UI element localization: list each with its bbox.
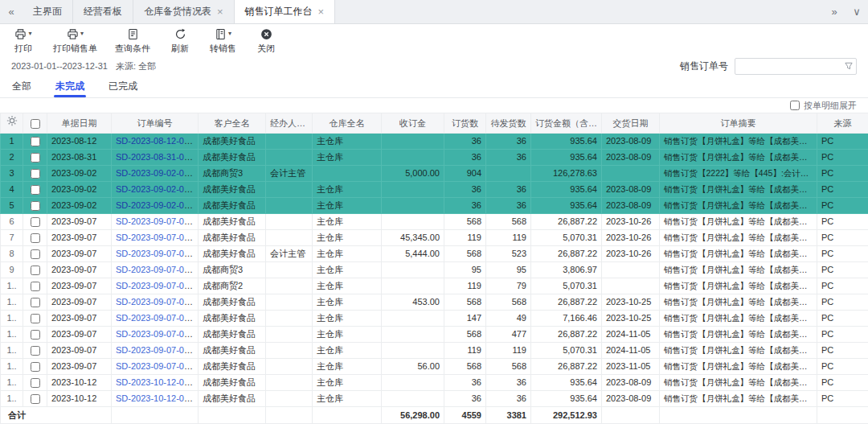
col-header-summary[interactable]: 订单摘要 [660,113,817,134]
row-checkbox[interactable] [31,233,40,243]
table-row[interactable]: 5 2023-09-02 SD-2023-09-02-00024 成都美好食品 … [1,198,868,214]
status-tab-completed[interactable]: 已完成 [108,76,137,97]
row-checkbox-cell[interactable] [23,343,47,359]
col-header-delivery-date[interactable]: 交货日期 [602,113,660,134]
row-checkbox[interactable] [31,201,40,211]
row-checkbox-cell[interactable] [23,230,47,246]
row-checkbox-cell[interactable] [23,327,47,343]
table-row[interactable]: 1.. 2023-09-07 SD-2023-09-07-00015 成都美好食… [1,294,868,311]
order-number-link[interactable]: SD-2023-09-07-00014 [116,281,199,290]
convert-to-sales-button[interactable]: ▾ 转销售 [210,28,236,55]
row-checkbox-cell[interactable] [23,246,47,262]
table-row[interactable]: 9 2023-09-07 SD-2023-09-07-00013 成都商贸3 主… [1,262,868,278]
order-number-link[interactable]: SD-2023-08-31-00003 [116,152,199,162]
order-number-link[interactable]: SD-2023-08-12-00022 [116,136,199,146]
tab-scroll-left-icon[interactable]: « [0,0,23,23]
col-header-source[interactable]: 来源 [817,113,868,134]
table-row[interactable]: 7 2023-09-07 SD-2023-09-07-00011 成都美好食品 … [1,230,868,246]
select-all-cell[interactable] [23,113,47,134]
row-checkbox-cell[interactable] [23,214,47,230]
row-checkbox-cell[interactable] [23,150,47,166]
table-row[interactable]: 4 2023-09-02 SD-2023-09-02-00023 成都美好食品 … [1,182,868,198]
order-number-link[interactable]: SD-2023-09-02-00004 [116,168,199,178]
row-checkbox[interactable] [31,314,40,323]
row-checkbox[interactable] [31,378,40,388]
order-number-link[interactable]: SD-2023-09-07-00019 [116,361,199,371]
row-checkbox-cell[interactable] [23,182,47,198]
status-tab-all[interactable]: 全部 [12,76,31,97]
refresh-button[interactable]: 刷新 [168,28,192,55]
row-checkbox[interactable] [31,169,40,179]
print-button[interactable]: ▾ 打印 [11,28,35,55]
row-checkbox-cell[interactable] [23,311,47,327]
col-header-order-no[interactable]: 订单编号 [112,113,199,134]
tab-sales-order-workbench[interactable]: 销售订单工作台 × [235,0,336,23]
row-checkbox[interactable] [31,266,40,275]
row-checkbox[interactable] [31,282,40,291]
order-number-link[interactable]: SD-2023-09-07-00016 [116,313,199,323]
order-no-input[interactable] [735,58,857,75]
row-checkbox[interactable] [31,249,40,259]
row-checkbox[interactable] [31,362,40,372]
tab-main[interactable]: 主界面 [23,0,73,23]
order-number-link[interactable]: SD-2023-09-07-00017 [116,329,199,339]
table-row[interactable]: 6 2023-09-07 SD-2023-09-07-00010 成都美好食品 … [1,214,868,230]
row-checkbox[interactable] [31,330,40,340]
row-checkbox-cell[interactable] [23,166,47,182]
table-row[interactable]: 1 2023-08-12 SD-2023-08-12-00022 成都美好食品 … [1,134,868,150]
table-row[interactable]: 1.. 2023-09-07 SD-2023-09-07-00016 成都美好食… [1,311,868,327]
order-number-link[interactable]: SD-2023-10-12-00020 [116,377,199,387]
row-checkbox[interactable] [31,185,40,195]
order-number-link[interactable]: SD-2023-09-07-00015 [116,297,199,307]
order-number-link[interactable]: SD-2023-09-07-00010 [116,216,199,226]
print-sales-order-button[interactable]: ▾ 打印销售单 [53,28,97,55]
table-row[interactable]: 1.. 2023-09-07 SD-2023-09-07-00014 成都商贸2… [1,278,868,294]
close-button[interactable]: 关闭 [254,28,278,55]
tab-dashboard[interactable]: 经营看板 [73,0,133,23]
col-header-deposit[interactable]: 收订金 [382,113,444,134]
table-row[interactable]: 1.. 2023-10-12 SD-2023-10-12-00021 成都美好食… [1,391,868,407]
row-checkbox-cell[interactable] [23,134,47,150]
col-header-qty[interactable]: 订货数 [444,113,486,134]
order-number-link[interactable]: SD-2023-09-02-00023 [116,184,199,194]
order-number-link[interactable]: SD-2023-09-07-00012 [116,249,199,258]
col-header-pending-qty[interactable]: 待发货数 [486,113,531,134]
row-checkbox-cell[interactable] [23,294,47,311]
table-row[interactable]: 2 2023-08-31 SD-2023-08-31-00003 成都美好食品 … [1,150,868,166]
row-checkbox-cell[interactable] [23,375,47,391]
table-row[interactable]: 1.. 2023-09-07 SD-2023-09-07-00017 成都美好食… [1,327,868,343]
row-checkbox-cell[interactable] [23,262,47,278]
tab-list-dropdown-icon[interactable]: ∨ [845,0,868,23]
tab-scroll-right-icon[interactable]: » [823,0,845,23]
row-checkbox[interactable] [31,137,40,146]
col-header-handler[interactable]: 经办人全名 [266,113,313,134]
caret-down-icon[interactable]: ▾ [28,28,31,39]
row-checkbox-cell[interactable] [23,359,47,375]
tab-warehouse-stock-report[interactable]: 仓库备货情况表 × [133,0,235,23]
filter-funnel-icon[interactable] [844,61,854,73]
order-number-link[interactable]: SD-2023-09-02-00024 [116,200,199,210]
col-header-doc-date[interactable]: 单据日期 [47,113,112,134]
col-header-customer[interactable]: 客户全名 [199,113,266,134]
column-settings-button[interactable] [1,113,23,134]
status-tab-incomplete[interactable]: 未完成 [55,76,84,97]
close-tab-icon[interactable]: × [217,6,223,17]
col-header-amount[interactable]: 订货金额（含税） [531,113,602,134]
row-checkbox[interactable] [31,153,40,163]
row-checkbox[interactable] [31,394,40,404]
query-conditions-button[interactable]: 查询条件 [115,28,150,55]
order-number-link[interactable]: SD-2023-09-07-00011 [116,233,199,242]
select-all-checkbox[interactable] [31,119,40,129]
table-row[interactable]: 3 2023-09-02 SD-2023-09-02-00004 成都商贸3 会… [1,166,868,182]
row-checkbox-cell[interactable] [23,391,47,407]
row-checkbox-cell[interactable] [23,198,47,214]
table-row[interactable]: 8 2023-09-07 SD-2023-09-07-00012 成都美好食品 … [1,246,868,262]
table-row[interactable]: 1.. 2023-09-07 SD-2023-09-07-00018 成都美好食… [1,343,868,359]
col-header-warehouse[interactable]: 仓库全名 [313,113,382,134]
caret-down-icon[interactable]: ▾ [80,28,84,39]
table-row[interactable]: 1.. 2023-10-12 SD-2023-10-12-00020 成都美好食… [1,375,868,391]
row-checkbox[interactable] [31,217,40,227]
order-number-link[interactable]: SD-2023-09-07-00013 [116,265,199,274]
row-checkbox[interactable] [31,346,40,356]
table-row[interactable]: 1.. 2023-09-07 SD-2023-09-07-00019 成都美好食… [1,359,868,375]
